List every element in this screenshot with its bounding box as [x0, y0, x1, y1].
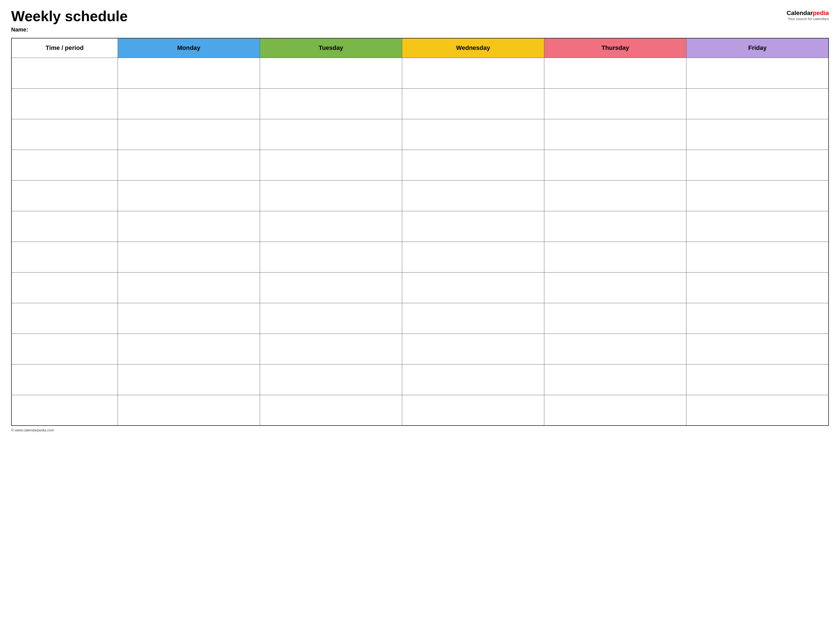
schedule-cell[interactable]	[260, 58, 402, 88]
copyright-text: © www.calendarpedia.com	[11, 428, 54, 432]
table-row	[11, 395, 829, 426]
time-cell[interactable]	[11, 241, 118, 272]
logo-tagline: Your source for calendars	[788, 17, 829, 21]
schedule-cell[interactable]	[544, 88, 687, 119]
table-header-row: Time / period Monday Tuesday Wednesday T…	[11, 38, 829, 58]
table-row	[11, 211, 829, 241]
page-title: Weekly schedule	[11, 8, 128, 24]
schedule-cell[interactable]	[118, 119, 260, 150]
schedule-cell[interactable]	[118, 58, 260, 88]
schedule-cell[interactable]	[260, 272, 402, 303]
schedule-cell[interactable]	[260, 241, 402, 272]
schedule-body	[11, 58, 829, 426]
page-header: Weekly schedule Name: Calendarpedia Your…	[11, 8, 829, 33]
schedule-cell[interactable]	[544, 364, 687, 395]
schedule-cell[interactable]	[118, 211, 260, 241]
schedule-cell[interactable]	[260, 395, 402, 426]
schedule-cell[interactable]	[687, 211, 829, 241]
schedule-cell[interactable]	[402, 364, 544, 395]
schedule-cell[interactable]	[260, 364, 402, 395]
schedule-cell[interactable]	[544, 180, 687, 211]
time-cell[interactable]	[11, 180, 118, 211]
page-footer: © www.calendarpedia.com	[11, 428, 829, 432]
table-row	[11, 303, 829, 334]
schedule-cell[interactable]	[687, 272, 829, 303]
schedule-cell[interactable]	[118, 395, 260, 426]
table-row	[11, 334, 829, 364]
schedule-cell[interactable]	[402, 88, 544, 119]
schedule-cell[interactable]	[118, 272, 260, 303]
time-cell[interactable]	[11, 150, 118, 180]
time-cell[interactable]	[11, 58, 118, 88]
table-row	[11, 272, 829, 303]
schedule-cell[interactable]	[687, 88, 829, 119]
schedule-cell[interactable]	[544, 58, 687, 88]
col-header-tuesday: Tuesday	[260, 38, 402, 58]
table-row	[11, 241, 829, 272]
logo-pedia: pedia	[813, 9, 829, 16]
schedule-cell[interactable]	[544, 395, 687, 426]
schedule-cell[interactable]	[544, 211, 687, 241]
table-row	[11, 150, 829, 180]
col-header-thursday: Thursday	[544, 38, 687, 58]
time-cell[interactable]	[11, 272, 118, 303]
col-header-friday: Friday	[687, 38, 829, 58]
schedule-cell[interactable]	[402, 395, 544, 426]
schedule-cell[interactable]	[687, 303, 829, 334]
schedule-table: Time / period Monday Tuesday Wednesday T…	[11, 38, 829, 426]
time-cell[interactable]	[11, 88, 118, 119]
logo-text: Calendarpedia	[786, 9, 829, 17]
schedule-cell[interactable]	[402, 150, 544, 180]
schedule-cell[interactable]	[260, 334, 402, 364]
schedule-cell[interactable]	[118, 88, 260, 119]
schedule-cell[interactable]	[687, 180, 829, 211]
time-cell[interactable]	[11, 334, 118, 364]
time-cell[interactable]	[11, 119, 118, 150]
name-label: Name:	[11, 27, 128, 33]
schedule-cell[interactable]	[687, 395, 829, 426]
schedule-cell[interactable]	[118, 334, 260, 364]
schedule-cell[interactable]	[402, 241, 544, 272]
schedule-cell[interactable]	[687, 58, 829, 88]
col-header-wednesday: Wednesday	[402, 38, 544, 58]
schedule-cell[interactable]	[544, 150, 687, 180]
schedule-cell[interactable]	[260, 88, 402, 119]
schedule-cell[interactable]	[687, 119, 829, 150]
col-header-time: Time / period	[11, 38, 118, 58]
schedule-cell[interactable]	[402, 119, 544, 150]
schedule-cell[interactable]	[402, 272, 544, 303]
schedule-cell[interactable]	[402, 58, 544, 88]
schedule-cell[interactable]	[118, 180, 260, 211]
time-cell[interactable]	[11, 303, 118, 334]
schedule-cell[interactable]	[118, 150, 260, 180]
table-row	[11, 364, 829, 395]
schedule-cell[interactable]	[544, 241, 687, 272]
schedule-cell[interactable]	[260, 119, 402, 150]
schedule-cell[interactable]	[402, 334, 544, 364]
schedule-cell[interactable]	[118, 303, 260, 334]
time-cell[interactable]	[11, 395, 118, 426]
schedule-cell[interactable]	[260, 180, 402, 211]
table-row	[11, 88, 829, 119]
schedule-cell[interactable]	[260, 211, 402, 241]
schedule-cell[interactable]	[402, 180, 544, 211]
schedule-cell[interactable]	[260, 303, 402, 334]
schedule-cell[interactable]	[687, 334, 829, 364]
schedule-cell[interactable]	[544, 303, 687, 334]
schedule-cell[interactable]	[687, 241, 829, 272]
time-cell[interactable]	[11, 211, 118, 241]
title-block: Weekly schedule Name:	[11, 8, 128, 33]
schedule-cell[interactable]	[260, 150, 402, 180]
schedule-cell[interactable]	[402, 303, 544, 334]
table-row	[11, 180, 829, 211]
schedule-cell[interactable]	[544, 119, 687, 150]
schedule-cell[interactable]	[118, 241, 260, 272]
schedule-cell[interactable]	[118, 364, 260, 395]
schedule-cell[interactable]	[544, 272, 687, 303]
schedule-cell[interactable]	[544, 334, 687, 364]
schedule-cell[interactable]	[687, 364, 829, 395]
table-row	[11, 58, 829, 88]
schedule-cell[interactable]	[687, 150, 829, 180]
schedule-cell[interactable]	[402, 211, 544, 241]
time-cell[interactable]	[11, 364, 118, 395]
